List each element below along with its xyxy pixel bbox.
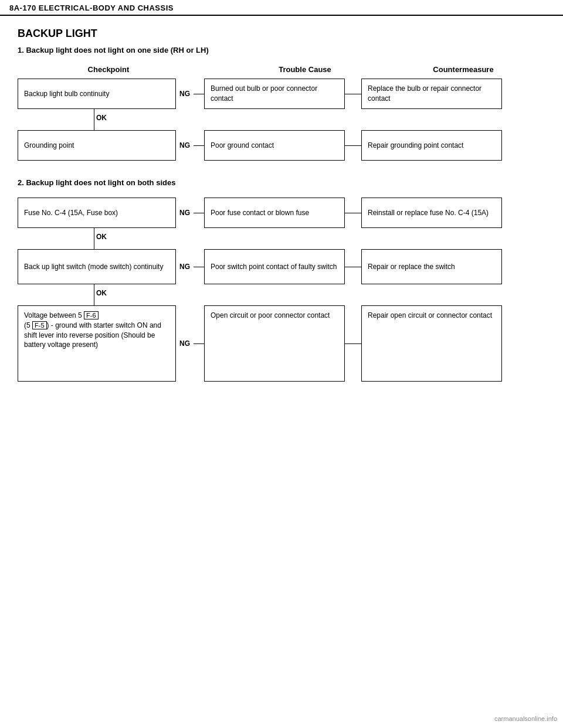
section2-row2: Back up light switch (mode switch) conti… — [18, 249, 545, 284]
h-line-2b — [345, 145, 361, 146]
section2-subtitle: 2. Backup light does not light on both s… — [18, 178, 545, 187]
counter-box-5: Repair open circuit or connector contact — [361, 305, 502, 382]
ok-connector-3: OK — [18, 284, 545, 305]
h-line-5b — [345, 343, 361, 344]
section1-row1: Backup light bulb continuity NG Burned o… — [18, 79, 545, 109]
checkpoint-text-2: Grounding point — [24, 141, 74, 151]
h-line-5a — [194, 343, 204, 344]
section2-row1: Fuse No. C-4 (15A, Fuse box) NG Poor fus… — [18, 198, 545, 228]
section1-subtitle: 1. Backup light does not light on one si… — [18, 46, 545, 55]
cause-box-3: Poor fuse contact or blown fuse — [204, 198, 345, 228]
counter-text-5: Repair open circuit or connector contact — [368, 311, 492, 321]
main-title: BACKUP LIGHT — [18, 28, 545, 40]
h-line-4a — [194, 267, 204, 267]
inline-ref-f5: F-5 — [32, 321, 47, 329]
section1-row2: Grounding point NG Poor ground contact R… — [18, 130, 545, 161]
section2-row3: Voltage between 5 F-6 (5 F-5) - ground w… — [18, 305, 545, 382]
ok-label-1: OK — [96, 114, 107, 122]
checkpoint-text-5: Voltage between 5 F-6 (5 F-5) - ground w… — [24, 311, 169, 350]
h-line-4b — [345, 267, 361, 267]
counter-box-1: Replace the bulb or repair connector con… — [361, 79, 502, 109]
cause-text-2: Poor ground contact — [211, 141, 274, 151]
section2: 2. Backup light does not light on both s… — [18, 178, 545, 382]
cause-text-5: Open circuit or poor connector contact — [211, 311, 330, 321]
watermark: carmanualsonline.info — [494, 715, 557, 722]
h-line-1b — [345, 94, 361, 94]
checkpoint-box-4: Back up light switch (mode switch) conti… — [18, 249, 176, 284]
checkpoint-box-1: Backup light bulb continuity — [18, 79, 176, 109]
h-line-3a — [194, 213, 204, 213]
ok-label-3: OK — [96, 289, 107, 297]
checkpoint-box-3: Fuse No. C-4 (15A, Fuse box) — [18, 198, 176, 228]
ng-label-2: NG — [179, 141, 190, 149]
h-line-3b — [345, 213, 361, 213]
h-line-2a — [194, 145, 204, 146]
col-header-counter: Countermeasure — [387, 65, 540, 74]
checkpoint-text-1: Backup light bulb continuity — [24, 89, 109, 99]
ng-label-3: NG — [179, 209, 190, 217]
col-header-cause: Trouble Cause — [229, 65, 381, 74]
counter-text-2: Repair grounding point contact — [368, 141, 463, 151]
checkpoint-box-5: Voltage between 5 F-6 (5 F-5) - ground w… — [18, 305, 176, 382]
cause-text-4: Poor switch point contact of faulty swit… — [211, 262, 337, 272]
ng-label-4: NG — [179, 263, 190, 271]
ok-label-2: OK — [96, 233, 107, 241]
header-text: 8A-170 ELECTRICAL-BODY AND CHASSIS — [9, 4, 174, 12]
ng-label-5: NG — [179, 339, 190, 348]
cause-box-2: Poor ground contact — [204, 130, 345, 161]
counter-box-2: Repair grounding point contact — [361, 130, 502, 161]
h-line-1a — [194, 94, 204, 94]
col-header-checkpoint: Checkpoint — [23, 65, 194, 74]
counter-box-4: Repair or replace the switch — [361, 249, 502, 284]
page-header: 8A-170 ELECTRICAL-BODY AND CHASSIS — [0, 0, 563, 16]
checkpoint-text-4: Back up light switch (mode switch) conti… — [24, 262, 163, 272]
ok-connector-2: OK — [18, 228, 545, 249]
counter-text-3: Reinstall or replace fuse No. C-4 (15A) — [368, 208, 489, 218]
page-content: BACKUP LIGHT 1. Backup light does not li… — [0, 16, 563, 410]
checkpoint-text-3: Fuse No. C-4 (15A, Fuse box) — [24, 208, 118, 218]
cause-text-3: Poor fuse contact or blown fuse — [211, 208, 309, 218]
counter-text-1: Replace the bulb or repair connector con… — [368, 84, 496, 104]
cause-text-1: Burned out bulb or poor connector contac… — [211, 84, 338, 104]
cause-box-5: Open circuit or poor connector contact — [204, 305, 345, 382]
ok-connector-1: OK — [18, 109, 545, 130]
section1: 1. Backup light does not light on one si… — [18, 46, 545, 161]
counter-text-4: Repair or replace the switch — [368, 262, 455, 272]
cause-box-4: Poor switch point contact of faulty swit… — [204, 249, 345, 284]
counter-box-3: Reinstall or replace fuse No. C-4 (15A) — [361, 198, 502, 228]
cause-box-1: Burned out bulb or poor connector contac… — [204, 79, 345, 109]
ng-label-1: NG — [179, 90, 190, 98]
column-headers: Checkpoint Trouble Cause Countermeasure — [18, 65, 545, 74]
inline-ref-f6: F-6 — [84, 311, 99, 319]
checkpoint-box-2: Grounding point — [18, 130, 176, 161]
